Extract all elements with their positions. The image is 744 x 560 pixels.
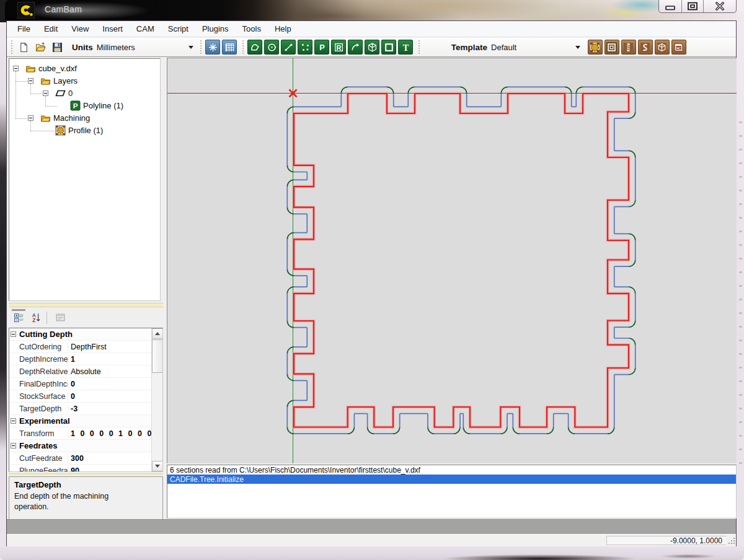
property-value[interactable]: 0 [68, 392, 151, 401]
tree-collapse-icon[interactable] [13, 66, 19, 71]
scrollbar-thumb[interactable] [152, 339, 163, 373]
draw-rectangle-button[interactable]: R [331, 40, 346, 55]
categorized-button[interactable] [11, 310, 26, 325]
scroll-up-button[interactable] [152, 328, 163, 339]
menu-cam[interactable]: CAM [130, 22, 161, 36]
minimize-button[interactable] [659, 0, 681, 12]
property-value[interactable]: 1 0 0 0 0 1 0 0 0 [68, 429, 151, 438]
maximize-button[interactable] [681, 0, 703, 12]
tree-item-layers[interactable]: Layers [9, 75, 160, 87]
draw-arc-button[interactable] [348, 40, 363, 55]
property-value[interactable]: 1 [68, 355, 151, 364]
property-cutfeedrate[interactable]: CutFeedrate300 [9, 452, 151, 465]
toolbar-grip[interactable] [417, 40, 422, 54]
property-transform[interactable]: Transform1 0 0 0 0 1 0 0 0 [9, 427, 151, 440]
mop-profile3d-button[interactable] [655, 40, 670, 55]
new-document-button[interactable] [17, 40, 32, 55]
tree-collapse-icon[interactable] [43, 90, 48, 96]
tree-collapse-icon[interactable] [28, 115, 33, 121]
menu-insert[interactable]: Insert [95, 22, 130, 36]
property-pages-button[interactable] [53, 310, 68, 325]
menu-plugins[interactable]: Plugins [195, 22, 236, 36]
show-grid-button[interactable] [222, 40, 237, 55]
mop-engrave-button[interactable] [638, 40, 653, 55]
mop-pocket-button[interactable] [604, 40, 619, 55]
drawing-canvas[interactable] [167, 58, 737, 463]
mop-gcode-icon: NC [673, 42, 684, 53]
draw-p-button[interactable]: P [314, 40, 329, 55]
property-value[interactable]: Absolute [68, 367, 151, 376]
tree-item-profile-1-[interactable]: Profile (1) [9, 125, 160, 137]
toolbar-grip[interactable] [198, 40, 203, 54]
chevron-down-icon[interactable] [575, 46, 580, 49]
draw-line-icon [283, 42, 294, 53]
property-plungefeedrate[interactable]: PlungeFeedrate90 [9, 465, 151, 471]
draw-circle-button[interactable] [264, 40, 279, 55]
menu-edit[interactable]: Edit [37, 22, 64, 36]
alphabetical-button[interactable]: AZ [29, 310, 43, 325]
draw-square-button[interactable] [381, 40, 396, 55]
resize-grip-icon[interactable] [728, 536, 736, 545]
category-feedrates[interactable]: Feedrates [9, 440, 151, 452]
property-value[interactable]: 90 [68, 466, 151, 472]
menu-view[interactable]: View [64, 22, 95, 36]
property-finaldepthincrement[interactable]: FinalDepthIncrement0 [9, 378, 151, 390]
property-value[interactable]: 0 [68, 380, 151, 388]
save-button[interactable] [50, 40, 65, 55]
category-experimental[interactable]: Experimental [9, 415, 151, 427]
mop-gcode-button[interactable]: NC [671, 40, 686, 55]
menu-help[interactable]: Help [268, 22, 298, 36]
property-value[interactable]: DepthFirst [68, 343, 151, 351]
horizontal-splitter[interactable] [9, 303, 163, 307]
property-depthrelativeto[interactable]: DepthRelativeToAbsolute [9, 365, 151, 378]
draw-text-button[interactable]: T [398, 40, 413, 55]
mop-profile-button[interactable] [588, 40, 603, 55]
property-grid-scrollbar[interactable] [151, 328, 162, 471]
log-line[interactable]: 6 sections read from C:\Users\Fisch\Docu… [167, 465, 736, 475]
draw-polyline-button[interactable] [247, 40, 262, 55]
category-collapse-icon[interactable] [11, 418, 16, 424]
description-splitter[interactable] [9, 473, 163, 476]
toolbar-grip[interactable] [9, 40, 14, 54]
tree-item-machining[interactable]: Machining [9, 112, 160, 125]
property-grid[interactable]: Cutting DepthCutOrderingDepthFirstDepthI… [9, 328, 163, 472]
show-axis-button[interactable] [205, 40, 220, 55]
draw-points-button[interactable] [298, 40, 312, 55]
menu-script[interactable]: Script [161, 22, 195, 36]
menu-tools[interactable]: Tools [236, 22, 268, 36]
draw-line-button[interactable] [281, 40, 296, 55]
message-log[interactable]: 6 sections read from C:\Users\Fisch\Docu… [167, 465, 737, 518]
property-name: CutOrdering [17, 343, 68, 351]
category-label: Experimental [17, 416, 70, 426]
menu-file[interactable]: File [11, 22, 37, 36]
category-collapse-icon[interactable] [11, 443, 16, 448]
property-value[interactable]: 300 [68, 454, 151, 463]
close-button[interactable] [703, 0, 735, 12]
property-targetdepth[interactable]: TargetDepth-3 [9, 403, 151, 415]
drawing-tree[interactable]: cube_v.dxfLayers0PPolyline (1)MachiningP… [9, 58, 161, 301]
category-collapse-icon[interactable] [11, 331, 16, 337]
selected-polyline-geometry[interactable] [294, 94, 629, 427]
open-folder-button[interactable] [33, 40, 48, 55]
chevron-down-icon[interactable] [188, 46, 193, 49]
draw-surface-button[interactable] [365, 40, 379, 55]
tree-item-cube-v-dxf[interactable]: cube_v.dxf [9, 63, 160, 75]
property-depthincrement[interactable]: DepthIncrement1 [9, 353, 151, 365]
mop-drill-button[interactable] [621, 40, 636, 55]
folder-icon [40, 76, 51, 86]
scroll-down-button[interactable] [152, 461, 163, 471]
toolbar-grip[interactable] [241, 40, 246, 54]
units-combobox[interactable]: Millimeters [97, 40, 196, 54]
categorized-icon [14, 312, 24, 323]
category-cutting-depth[interactable]: Cutting Depth [9, 328, 151, 341]
property-value[interactable]: -3 [68, 405, 151, 413]
title-bar[interactable]: CamBam [5, 0, 739, 20]
desktop-shadow [409, 551, 670, 560]
log-line-selected[interactable]: CADFile.Tree.Initialize [167, 475, 736, 484]
tree-item-polyline-1-[interactable]: PPolyline (1) [9, 100, 160, 112]
property-stocksurface[interactable]: StockSurface0 [9, 390, 151, 403]
tree-collapse-icon[interactable] [28, 78, 33, 84]
tree-item-0[interactable]: 0 [9, 87, 160, 100]
template-combobox[interactable]: Default [491, 40, 583, 54]
property-cutordering[interactable]: CutOrderingDepthFirst [9, 341, 151, 353]
